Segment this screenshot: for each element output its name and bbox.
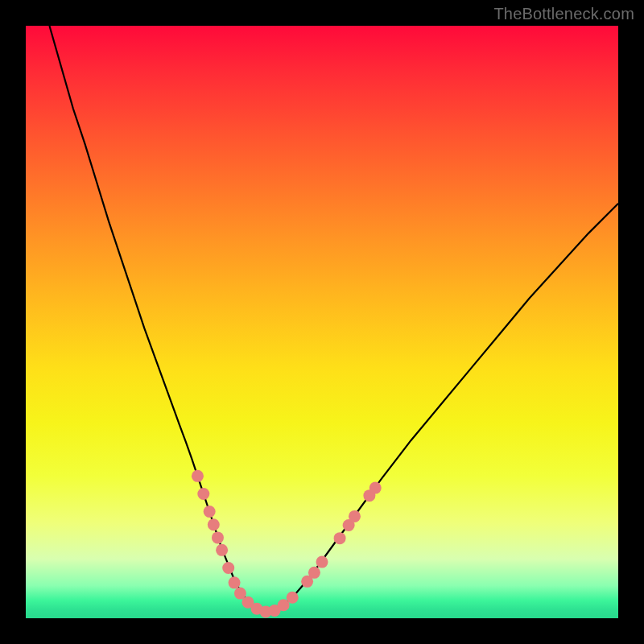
bottleneck-curve (49, 26, 618, 613)
curve-marker (222, 562, 234, 574)
curve-marker (197, 488, 209, 500)
curve-marker (287, 592, 299, 604)
curve-marker (369, 482, 382, 494)
plot-area (26, 26, 618, 618)
chart-frame: TheBottleneck.com (0, 0, 644, 644)
chart-svg (26, 26, 618, 618)
curve-marker (334, 532, 346, 544)
curve-marker (204, 506, 216, 518)
curve-marker (216, 544, 228, 556)
curve-marker (349, 510, 361, 522)
curve-marker (192, 470, 204, 482)
curve-marker (212, 531, 224, 543)
curve-marker (208, 518, 220, 530)
curve-marker (229, 576, 241, 588)
watermark-text: TheBottleneck.com (493, 5, 634, 23)
curve-marker (316, 556, 328, 568)
curve-marker (308, 567, 320, 579)
